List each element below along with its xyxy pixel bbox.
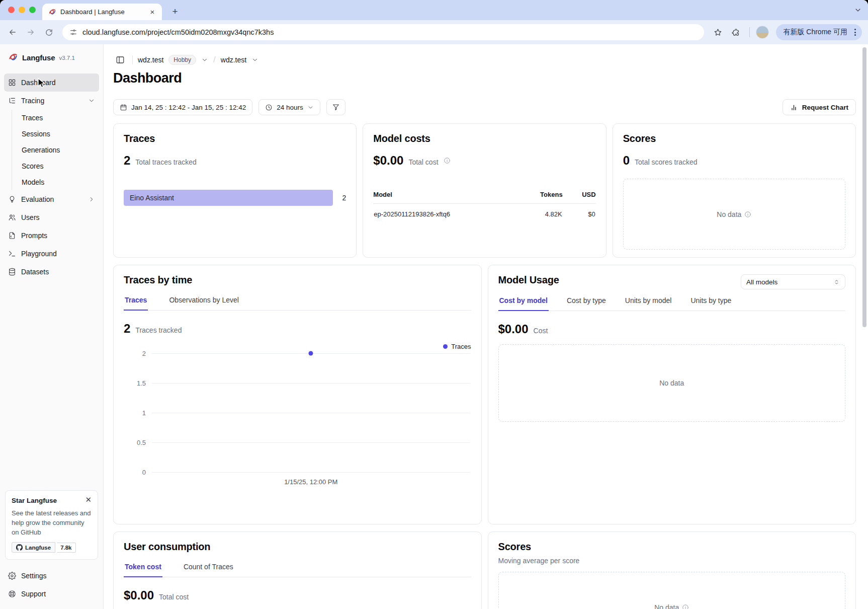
sidebar-item-scores[interactable]: Scores [12,158,99,174]
chevron-up-down-icon [833,279,840,285]
close-window-button[interactable] [8,7,15,13]
column-header-model: Model [373,191,520,204]
extensions-icon[interactable] [728,25,743,40]
sidebar-item-prompts[interactable]: Prompts [4,226,99,245]
scores-card-top: Scores 0 Total scores tracked No data [613,123,856,258]
sidebar-toggle-icon[interactable] [113,53,127,67]
sidebar-item-datasets[interactable]: Datasets [4,263,99,281]
info-icon[interactable] [744,211,751,218]
no-data-label: No data [654,603,679,609]
tab-observations-by-level[interactable]: Observations by Level [168,296,240,310]
data-point[interactable] [309,351,313,356]
sidebar-item-models[interactable]: Models [12,174,99,190]
traces-tracked-value: 2 [124,322,130,336]
card-subtitle: Moving average per score [498,557,846,565]
sidebar-item-generations[interactable]: Generations [12,142,99,158]
org-name[interactable]: wdz.test [138,56,163,64]
page-title: Dashboard [113,70,856,86]
calendar-icon [120,104,127,111]
column-header-usd: USD [563,191,596,204]
sidebar-item-dashboard[interactable]: Dashboard [4,73,99,92]
sidebar-item-playground[interactable]: Playground [4,245,99,263]
traces-by-time-card: Traces by time Traces Observations by Le… [113,265,482,524]
chevron-down-icon[interactable] [251,56,258,63]
app-version: v3.7.1 [59,55,74,61]
tab-units-by-type[interactable]: Units by type [689,296,732,311]
terminal-icon [8,250,16,258]
sidebar-item-label: Playground [21,250,57,258]
sidebar-item-support[interactable]: Support [4,585,99,603]
tab-traces[interactable]: Traces [124,296,148,310]
trace-name-label: Eino Assistant [130,194,174,202]
breadcrumb: wdz.test Hobby / wdz.test [113,52,856,67]
database-icon [8,268,16,276]
filter-button[interactable] [326,99,345,115]
sidebar-item-tracing[interactable]: Tracing [4,92,99,110]
github-star-button[interactable]: Langfuse [12,542,55,553]
sidebar-item-label: Tracing [21,97,44,105]
model-select[interactable]: All models [741,274,845,289]
mouse-cursor [37,78,47,89]
legend-dot [443,344,448,349]
traces-by-time-tabs: Traces Observations by Level [124,296,471,311]
clock-icon [265,104,273,111]
minimize-window-button[interactable] [19,7,25,13]
time-preset-dropdown[interactable]: 24 hours [258,99,320,115]
site-settings-icon[interactable] [69,28,77,36]
forward-icon[interactable] [23,25,38,40]
info-icon[interactable] [682,604,689,609]
maximize-window-button[interactable] [29,7,36,13]
lifebuoy-icon [8,590,16,598]
card-title: Scores [498,541,846,553]
breadcrumb-slash: / [213,55,216,65]
request-chart-label: Request Chart [802,104,848,111]
tab-cost-by-type[interactable]: Cost by type [566,296,607,311]
new-tab-button[interactable]: + [168,5,182,19]
info-icon[interactable] [444,157,451,164]
y-tick: 1.5 [124,379,146,387]
reload-icon[interactable] [41,25,56,40]
date-range-picker[interactable]: Jan 14, 25 : 12:42 - Jan 15, 25 : 12:42 [113,99,252,115]
sidebar-item-settings[interactable]: Settings [4,567,99,585]
tab-cost-by-model[interactable]: Cost by model [498,296,549,311]
github-star-count: 7.8k [57,543,75,553]
total-cost-value: $0.00 [373,154,403,168]
table-row[interactable]: ep-20250112193826-xftq6 4.82K $0 [373,204,595,219]
trace-name-bar[interactable]: Eino Assistant [124,190,333,206]
traces-card: Traces 2 Total traces tracked Eino Assis… [113,123,357,258]
tab-count-of-traces[interactable]: Count of Traces [183,563,234,577]
tab-token-cost[interactable]: Token cost [124,563,162,577]
tab-close-icon[interactable]: × [148,8,157,17]
chart-legend: Traces [124,343,471,350]
user-consumption-card: User consumption Token cost Count of Tra… [113,531,482,609]
sidebar-item-evaluation[interactable]: Evaluation [4,190,99,208]
browser-menu-icon[interactable] [852,29,858,36]
no-data-label: No data [717,210,741,218]
request-chart-button[interactable]: Request Chart [783,99,856,115]
chrome-update-chip[interactable]: 有新版 Chrome 可用 [776,24,862,40]
tab-search-chevron-icon[interactable] [854,6,862,14]
vertical-scrollbar[interactable] [862,47,866,327]
profile-avatar[interactable] [756,26,769,39]
url-text: cloud.langfuse.com/project/cm50idm0208mx… [82,28,274,36]
sidebar-item-users[interactable]: Users [4,208,99,226]
chevron-down-icon [88,97,95,104]
sidebar-item-label: Settings [21,572,47,580]
sidebar-item-traces[interactable]: Traces [12,110,99,126]
url-bar[interactable]: cloud.langfuse.com/project/cm50idm0208mx… [62,24,704,40]
sidebar-item-sessions[interactable]: Sessions [12,126,99,142]
bookmark-star-icon[interactable] [710,25,725,40]
close-icon[interactable]: ✕ [85,497,92,503]
tab-units-by-model[interactable]: Units by model [624,296,673,311]
x-axis-label: 1/15/25, 12:00 PM [152,478,470,486]
back-icon[interactable] [5,25,20,40]
window-controls [8,7,36,13]
browser-tab[interactable]: Dashboard | Langfuse × [42,4,162,20]
chevron-down-icon[interactable] [201,56,208,63]
trace-name-count: 2 [333,194,346,202]
sidebar-nav: Dashboard Tracing Traces Sessions Genera… [4,73,99,281]
model-costs-card: Model costs $0.00 Total cost Model Token… [363,123,606,258]
gear-icon [8,572,16,580]
project-name[interactable]: wdz.test [221,56,246,64]
user-consumption-tabs: Token cost Count of Traces [124,563,471,577]
